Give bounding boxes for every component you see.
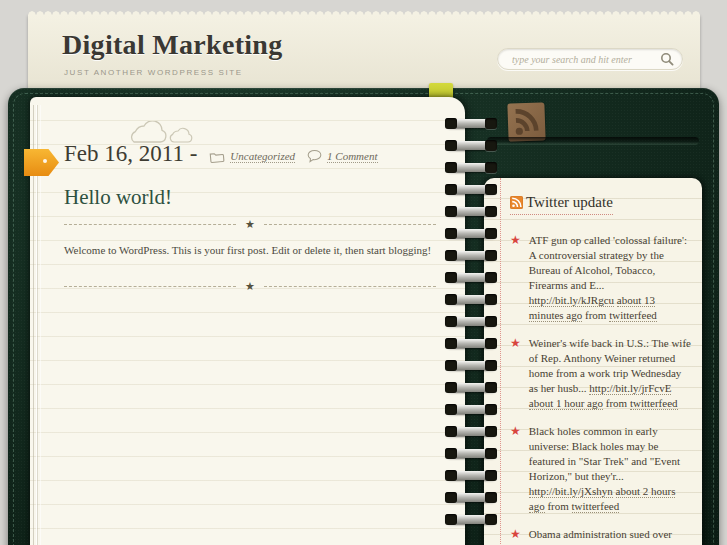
post-category-link[interactable]: Uncategorized [230,150,295,163]
spiral-ring [446,273,496,282]
spiral-ring [446,427,496,436]
tweet-time-link[interactable]: about 1 hour ago [529,397,603,410]
search-input[interactable] [497,48,683,70]
search-icon[interactable] [660,52,674,66]
tweet-item: ★ Black holes common in early universe: … [510,424,692,514]
divider-dashed-line [264,286,436,287]
spiral-ring [446,339,496,348]
tweet-via-prefix: from [585,309,606,321]
tweet-link[interactable]: http://bit.ly/kJRgcu [529,294,614,307]
tweet-source-link[interactable]: twitterfeed [572,500,620,513]
tweet-body: ATF gun op called 'colossal failure': A … [529,234,687,291]
rss-pocket-tag[interactable] [507,102,545,141]
tweet-link[interactable]: http://bit.ly/jrFcvE [589,382,671,395]
tweet-via-prefix: from [606,397,627,409]
tweet-text: Black holes common in early universe: Bl… [529,424,692,514]
site-tagline: JUST ANOTHER WORDPRESS SITE [64,68,243,77]
spiral-ring [446,317,496,326]
divider-dashed-line [264,224,436,225]
spiral-ring [446,251,496,260]
spiral-ring [446,295,496,304]
search-box[interactable] [497,48,683,70]
rss-icon [510,196,523,209]
tweet-source-link[interactable]: twitterfeed [609,309,657,322]
star-divider-icon: ★ [245,281,255,292]
tweet-body: Obama administration sued over Libya mis… [529,528,691,545]
spiral-ring [446,405,496,414]
star-bullet-icon: ★ [510,527,521,545]
comment-bubble-icon [307,149,322,163]
spiral-ring [446,515,496,524]
tweet-source-link[interactable]: twitterfeed [630,397,678,410]
tweet-item: ★ Weiner's wife back in U.S.: The wife o… [510,336,692,411]
twitter-widget: Twitter update ★ ATF gun op called 'colo… [510,194,692,545]
tweet-body: Black holes common in early universe: Bl… [529,425,680,482]
twitter-widget-title-text: Twitter update [526,194,613,211]
sidebar: Twitter update ★ ATF gun op called 'colo… [484,178,702,545]
post-meta-row: Feb 16, 2011 - Uncategorized 1 Comment [64,141,390,167]
tweet-link[interactable]: http://bit.ly/jXshyn [529,485,613,498]
star-divider: ★ [64,219,436,230]
post-body-text: Welcome to WordPress. This is your first… [64,244,431,256]
post-title[interactable]: Hello world! [64,185,172,210]
spiral-ring [446,141,496,150]
divider-dashed-line [64,224,236,225]
post-date[interactable]: Feb 16, 2011 - [64,141,197,167]
twitter-widget-title: Twitter update [510,194,613,215]
spiral-ring [446,207,496,216]
post-comments-link[interactable]: 1 Comment [327,150,377,163]
tweet-item: ★ Obama administration sued over Libya m… [510,527,692,545]
category-folder-icon [209,149,226,163]
tweet-text: Weiner's wife back in U.S.: The wife of … [529,336,692,411]
notebook-margin-line [500,178,501,545]
spiral-ring [446,119,496,128]
spiral-ring [446,471,496,480]
spiral-ring [446,493,496,502]
spiral-ring [446,163,496,172]
star-bullet-icon: ★ [510,336,521,411]
tweet-via-prefix: from [547,500,568,512]
tweet-text: Obama administration sued over Libya mis… [529,527,692,545]
page: Digital Marketing JUST ANOTHER WORDPRESS… [0,0,727,545]
site-title[interactable]: Digital Marketing [62,29,283,61]
tweet-text: ATF gun op called 'colossal failure': A … [529,233,692,323]
tweet-item: ★ ATF gun op called 'colossal failure': … [510,233,692,323]
site-header: Digital Marketing JUST ANOTHER WORDPRESS… [28,15,700,96]
spiral-ring [446,185,496,194]
star-bullet-icon: ★ [510,233,521,323]
tweet-list: ★ ATF gun op called 'colossal failure': … [510,233,692,545]
post-page: Feb 16, 2011 - Uncategorized 1 Comment H… [30,97,465,545]
spiral-ring [446,449,496,458]
spiral-binding [446,119,496,545]
star-divider-icon: ★ [245,219,255,230]
divider-dashed-line [64,286,236,287]
pocket-slit [487,137,699,145]
spiral-ring [446,383,496,392]
rss-icon [507,102,545,141]
spiral-ring [446,229,496,238]
star-divider: ★ [64,281,436,292]
spiral-ring [446,361,496,370]
star-bullet-icon: ★ [510,424,521,514]
